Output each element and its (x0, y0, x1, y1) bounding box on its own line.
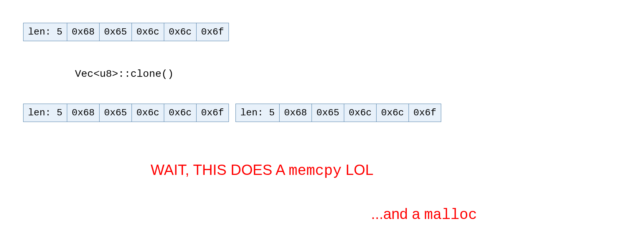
cell-byte: 0x6c (377, 104, 409, 122)
cell-byte: 0x68 (67, 104, 100, 122)
vec-row-original: len: 5 0x68 0x65 0x6c 0x6c 0x6f (23, 23, 229, 41)
cell-byte: 0x65 (100, 23, 132, 41)
caption-text: WAIT, THIS DOES A (151, 162, 289, 178)
cell-byte: 0x6f (197, 23, 229, 41)
cell-byte: 0x6c (164, 104, 197, 122)
clone-call-label: Vec<u8>::clone() (75, 68, 174, 80)
cell-byte: 0x6f (197, 104, 229, 122)
cell-len: len: 5 (235, 104, 280, 122)
cell-byte: 0x68 (67, 23, 100, 41)
caption-mono-malloc: malloc (424, 207, 477, 223)
cell-byte: 0x6c (344, 104, 377, 122)
cell-byte: 0x6c (132, 104, 164, 122)
cell-byte: 0x6f (409, 104, 441, 122)
cell-byte: 0x6c (132, 23, 164, 41)
caption-text: ...and a (371, 206, 424, 222)
caption-mono-memcpy: memcpy (289, 163, 342, 179)
cell-byte: 0x6c (164, 23, 197, 41)
cell-byte: 0x65 (100, 104, 132, 122)
caption-malloc: ...and a malloc (371, 206, 477, 223)
vec-row-clone-right: len: 5 0x68 0x65 0x6c 0x6c 0x6f (235, 104, 441, 122)
vec-row-clone-left: len: 5 0x68 0x65 0x6c 0x6c 0x6f (23, 104, 229, 122)
caption-memcpy: WAIT, THIS DOES A memcpy LOL (151, 162, 373, 179)
caption-text: LOL (342, 162, 374, 178)
cell-len: len: 5 (23, 23, 67, 41)
cell-byte: 0x65 (312, 104, 344, 122)
cell-len: len: 5 (23, 104, 67, 122)
cell-byte: 0x68 (280, 104, 312, 122)
